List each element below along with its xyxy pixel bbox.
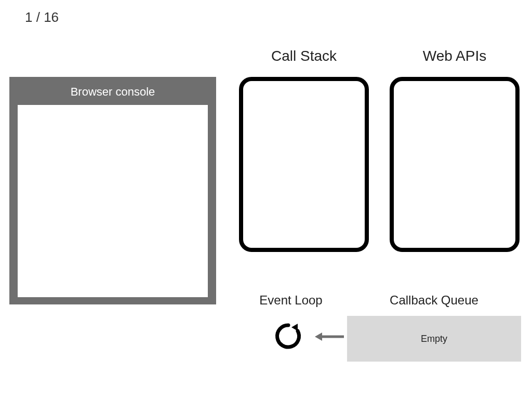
- svg-marker-2: [315, 332, 322, 341]
- browser-console-title: Browser console: [9, 77, 216, 105]
- event-loop-label: Event Loop: [223, 293, 358, 308]
- loop-icon: [274, 322, 302, 350]
- web-apis-label: Web APIs: [390, 48, 520, 64]
- arrow-left-icon: [315, 330, 345, 343]
- web-apis-box: [390, 77, 520, 252]
- svg-marker-0: [291, 324, 298, 331]
- callback-queue-status: Empty: [421, 334, 447, 344]
- callback-queue-label: Callback Queue: [347, 293, 521, 308]
- call-stack-label: Call Stack: [239, 48, 369, 64]
- callback-queue-box: Empty: [347, 316, 521, 362]
- browser-console-panel: Browser console: [9, 77, 216, 304]
- browser-console-body: [18, 105, 208, 297]
- call-stack-box: [239, 77, 369, 252]
- page-counter: 1 / 16: [25, 9, 59, 25]
